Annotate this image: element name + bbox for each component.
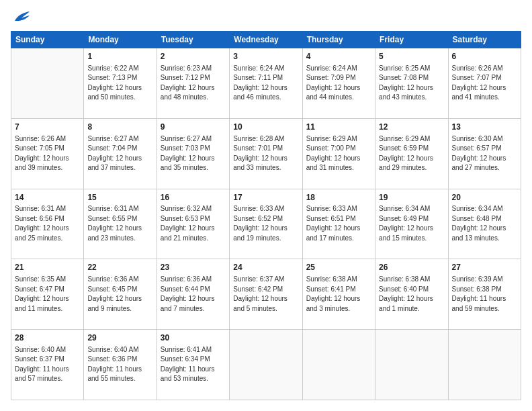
day-info: Sunrise: 6:38 AMSunset: 6:41 PMDaylight:… [306,275,371,314]
day-info: Sunrise: 6:34 AMSunset: 6:48 PMDaylight:… [452,204,517,243]
day-number: 29 [87,332,152,344]
calendar-cell [11,48,84,119]
page: SundayMondayTuesdayWednesdayThursdayFrid… [0,0,532,411]
calendar-cell: 12Sunrise: 6:29 AMSunset: 6:59 PMDayligh… [375,118,448,189]
day-info: Sunrise: 6:29 AMSunset: 6:59 PMDaylight:… [379,134,444,173]
calendar-cell [302,330,375,400]
day-number: 19 [379,192,444,203]
logo [11,11,31,24]
day-info: Sunrise: 6:29 AMSunset: 7:00 PMDaylight:… [306,134,371,173]
day-info: Sunrise: 6:22 AMSunset: 7:13 PMDaylight:… [87,64,152,103]
day-number: 6 [452,51,517,62]
calendar-cell [375,330,448,400]
calendar-week-row: 28Sunrise: 6:40 AMSunset: 6:37 PMDayligh… [11,330,521,400]
day-number: 8 [87,122,152,133]
calendar-cell: 29Sunrise: 6:40 AMSunset: 6:36 PMDayligh… [84,330,157,400]
day-info: Sunrise: 6:37 AMSunset: 6:42 PMDaylight:… [233,275,298,314]
calendar-cell: 19Sunrise: 6:34 AMSunset: 6:49 PMDayligh… [375,189,448,259]
calendar-cell: 25Sunrise: 6:38 AMSunset: 6:41 PMDayligh… [302,259,375,330]
calendar-week-row: 1Sunrise: 6:22 AMSunset: 7:13 PMDaylight… [11,48,521,119]
calendar-cell: 10Sunrise: 6:28 AMSunset: 7:01 PMDayligh… [230,118,302,189]
day-number: 20 [452,192,517,203]
day-number: 16 [161,192,226,203]
calendar-cell: 3Sunrise: 6:24 AMSunset: 7:11 PMDaylight… [230,48,302,119]
day-info: Sunrise: 6:31 AMSunset: 6:56 PMDaylight:… [15,204,80,243]
weekday-header-thursday: Thursday [302,32,375,48]
calendar-cell: 18Sunrise: 6:33 AMSunset: 6:51 PMDayligh… [302,189,375,259]
day-info: Sunrise: 6:28 AMSunset: 7:01 PMDaylight:… [233,134,298,173]
day-info: Sunrise: 6:36 AMSunset: 6:45 PMDaylight:… [87,275,152,314]
day-info: Sunrise: 6:25 AMSunset: 7:08 PMDaylight:… [379,64,444,103]
day-info: Sunrise: 6:40 AMSunset: 6:37 PMDaylight:… [15,345,80,384]
calendar-cell: 28Sunrise: 6:40 AMSunset: 6:37 PMDayligh… [11,330,84,400]
calendar-cell: 6Sunrise: 6:26 AMSunset: 7:07 PMDaylight… [448,48,521,119]
day-number: 26 [379,262,444,273]
day-info: Sunrise: 6:38 AMSunset: 6:40 PMDaylight:… [379,275,444,314]
day-number: 7 [15,122,80,133]
calendar-cell: 7Sunrise: 6:26 AMSunset: 7:05 PMDaylight… [11,118,84,189]
day-info: Sunrise: 6:34 AMSunset: 6:49 PMDaylight:… [379,204,444,243]
calendar-cell: 30Sunrise: 6:41 AMSunset: 6:34 PMDayligh… [157,330,229,400]
day-info: Sunrise: 6:35 AMSunset: 6:47 PMDaylight:… [15,275,80,314]
day-number: 14 [15,192,80,203]
calendar-cell: 15Sunrise: 6:31 AMSunset: 6:55 PMDayligh… [84,189,157,259]
weekday-header-wednesday: Wednesday [230,32,302,48]
day-number: 24 [233,262,298,273]
day-info: Sunrise: 6:26 AMSunset: 7:07 PMDaylight:… [452,64,517,103]
calendar-cell: 23Sunrise: 6:36 AMSunset: 6:44 PMDayligh… [157,259,229,330]
day-info: Sunrise: 6:30 AMSunset: 6:57 PMDaylight:… [452,134,517,173]
day-info: Sunrise: 6:26 AMSunset: 7:05 PMDaylight:… [15,134,80,173]
calendar-cell: 16Sunrise: 6:32 AMSunset: 6:53 PMDayligh… [157,189,229,259]
day-number: 30 [161,332,226,344]
calendar-cell: 5Sunrise: 6:25 AMSunset: 7:08 PMDaylight… [375,48,448,119]
day-number: 23 [161,262,226,273]
day-info: Sunrise: 6:31 AMSunset: 6:55 PMDaylight:… [87,204,152,243]
day-number: 15 [87,192,152,203]
day-info: Sunrise: 6:33 AMSunset: 6:51 PMDaylight:… [306,204,371,243]
day-number: 17 [233,192,298,203]
day-number: 10 [233,122,298,133]
day-info: Sunrise: 6:27 AMSunset: 7:03 PMDaylight:… [161,134,226,173]
weekday-header-saturday: Saturday [448,32,521,48]
weekday-header-sunday: Sunday [11,32,84,48]
logo-bird-icon [12,8,31,24]
calendar-cell: 1Sunrise: 6:22 AMSunset: 7:13 PMDaylight… [84,48,157,119]
day-number: 13 [452,122,517,133]
calendar-cell: 27Sunrise: 6:39 AMSunset: 6:38 PMDayligh… [448,259,521,330]
calendar-cell: 13Sunrise: 6:30 AMSunset: 6:57 PMDayligh… [448,118,521,189]
calendar-cell: 17Sunrise: 6:33 AMSunset: 6:52 PMDayligh… [230,189,302,259]
calendar-cell: 24Sunrise: 6:37 AMSunset: 6:42 PMDayligh… [230,259,302,330]
day-info: Sunrise: 6:24 AMSunset: 7:09 PMDaylight:… [306,64,371,103]
day-number: 25 [306,262,371,273]
calendar-cell: 20Sunrise: 6:34 AMSunset: 6:48 PMDayligh… [448,189,521,259]
calendar-cell: 21Sunrise: 6:35 AMSunset: 6:47 PMDayligh… [11,259,84,330]
day-number: 22 [87,262,152,273]
calendar-cell: 2Sunrise: 6:23 AMSunset: 7:12 PMDaylight… [157,48,229,119]
day-info: Sunrise: 6:27 AMSunset: 7:04 PMDaylight:… [87,134,152,173]
day-info: Sunrise: 6:24 AMSunset: 7:11 PMDaylight:… [233,64,298,103]
calendar-cell: 9Sunrise: 6:27 AMSunset: 7:03 PMDaylight… [157,118,229,189]
calendar-cell: 4Sunrise: 6:24 AMSunset: 7:09 PMDaylight… [302,48,375,119]
calendar-cell: 14Sunrise: 6:31 AMSunset: 6:56 PMDayligh… [11,189,84,259]
day-number: 27 [452,262,517,273]
calendar-cell [230,330,302,400]
weekday-header-monday: Monday [84,32,157,48]
calendar-cell: 22Sunrise: 6:36 AMSunset: 6:45 PMDayligh… [84,259,157,330]
day-number: 28 [15,332,80,344]
day-number: 11 [306,122,371,133]
day-number: 5 [379,51,444,62]
day-info: Sunrise: 6:23 AMSunset: 7:12 PMDaylight:… [161,64,226,103]
weekday-header-row: SundayMondayTuesdayWednesdayThursdayFrid… [11,32,521,48]
calendar-week-row: 14Sunrise: 6:31 AMSunset: 6:56 PMDayligh… [11,189,521,259]
calendar-week-row: 21Sunrise: 6:35 AMSunset: 6:47 PMDayligh… [11,259,521,330]
day-number: 4 [306,51,371,62]
weekday-header-tuesday: Tuesday [157,32,229,48]
weekday-header-friday: Friday [375,32,448,48]
day-number: 9 [161,122,226,133]
day-number: 21 [15,262,80,273]
day-info: Sunrise: 6:41 AMSunset: 6:34 PMDaylight:… [161,345,226,384]
day-number: 18 [306,192,371,203]
calendar-cell: 8Sunrise: 6:27 AMSunset: 7:04 PMDaylight… [84,118,157,189]
day-info: Sunrise: 6:32 AMSunset: 6:53 PMDaylight:… [161,204,226,243]
day-number: 2 [161,51,226,62]
